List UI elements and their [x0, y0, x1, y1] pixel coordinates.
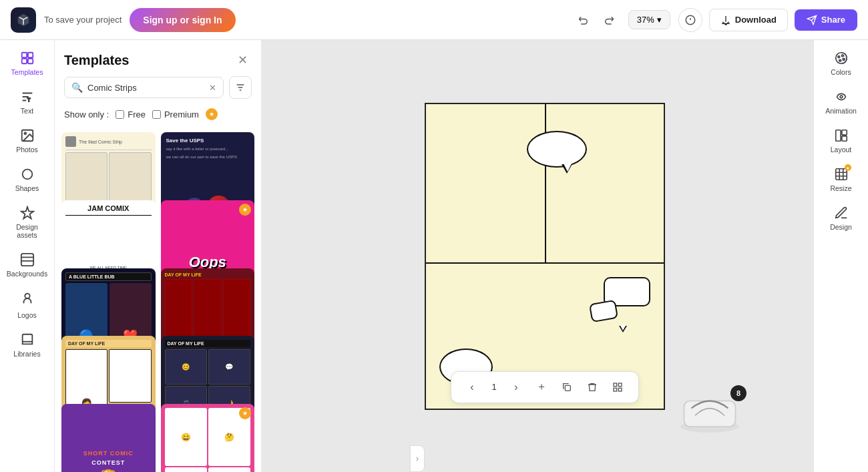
svg-point-23 — [840, 95, 843, 98]
search-input[interactable] — [87, 83, 204, 93]
add-icon: ＋ — [536, 380, 547, 394]
svg-point-10 — [25, 294, 29, 298]
canvas-wrapper: ‹ 1 › ＋ — [425, 103, 665, 410]
sidebar-item-text[interactable]: T Text — [3, 84, 51, 120]
redo-button[interactable] — [598, 9, 620, 31]
sidebar-item-templates[interactable]: Templates — [3, 45, 51, 81]
panel-header: Templates ✕ — [55, 40, 261, 76]
sidebar-item-shapes[interactable]: Shapes — [3, 162, 51, 198]
badge-count: 8 — [736, 389, 740, 397]
canvas-page[interactable] — [425, 103, 665, 410]
show-only-row: Show only : Free Premium ★ — [55, 105, 261, 127]
topbar: To save your project Sign up or sign In … — [0, 0, 868, 40]
svg-rect-27 — [835, 169, 847, 180]
panel-title: Templates — [64, 53, 129, 68]
sidebar-item-design-assets[interactable]: Design assets — [3, 200, 51, 244]
free-checkbox[interactable] — [116, 110, 124, 119]
panel-collapse-toggle[interactable]: › — [410, 445, 425, 472]
sidebar-label-shapes: Shapes — [15, 184, 39, 192]
sidebar-label-logos: Logos — [17, 311, 37, 319]
delete-page-button[interactable] — [582, 377, 602, 397]
search-icon: 🔍 — [71, 82, 83, 93]
free-label: Free — [128, 109, 146, 120]
svg-rect-25 — [841, 130, 846, 135]
sidebar-label-templates: Templates — [11, 68, 43, 76]
template-card[interactable]: SHORT COMIC CONTEST 🏆 — [61, 404, 156, 472]
search-row: 🔍 ✕ — [55, 76, 261, 105]
panel-close-button[interactable]: ✕ — [233, 51, 252, 69]
svg-point-19 — [837, 56, 839, 58]
sidebar-label-backgrounds: Backgrounds — [7, 270, 47, 278]
sidebar-item-backgrounds[interactable]: Backgrounds — [3, 247, 51, 283]
sidebar-item-logos[interactable]: Logos — [3, 286, 51, 324]
floating-element-badge: 8 — [730, 385, 746, 401]
add-page-button[interactable]: ＋ — [531, 377, 552, 397]
right-sidebar-item-layout[interactable]: Layout — [817, 123, 865, 159]
svg-rect-9 — [21, 254, 33, 266]
sidebar-label-design-assets: Design assets — [6, 223, 49, 239]
main-area: Templates T Text Photos Shapes Design as… — [0, 40, 868, 472]
right-sidebar: Colors Animation Layout — [813, 40, 868, 472]
sidebar-label-libraries: Libraries — [13, 350, 40, 358]
topbar-right: Download Share — [678, 8, 857, 32]
free-filter[interactable]: Free — [116, 109, 146, 120]
share-label: Share — [821, 15, 845, 25]
svg-rect-2 — [27, 53, 32, 57]
floating-element[interactable]: 8 — [673, 385, 746, 439]
duplicate-page-button[interactable] — [557, 377, 577, 397]
undo-redo-group — [572, 9, 620, 31]
download-button[interactable]: Download — [709, 9, 788, 31]
right-sidebar-label-layout: Layout — [831, 146, 852, 154]
show-only-label: Show only : — [64, 109, 109, 120]
right-sidebar-label-colors: Colors — [831, 68, 851, 76]
search-clear-button[interactable]: ✕ — [209, 83, 216, 93]
hint-button[interactable] — [678, 8, 702, 32]
right-sidebar-item-colors[interactable]: Colors — [817, 45, 865, 81]
sidebar-item-libraries[interactable]: Libraries — [3, 327, 51, 363]
right-sidebar-label-resize: Resize — [830, 184, 851, 192]
templates-grid: The Iliad Comic Strip 🐱 Save the USPS — [55, 127, 261, 472]
sidebar-label-text: Text — [21, 107, 33, 115]
page-number: 1 — [487, 382, 501, 392]
svg-rect-15 — [618, 388, 622, 391]
premium-label: Premium — [164, 109, 199, 120]
svg-rect-24 — [835, 130, 840, 142]
right-sidebar-label-animation: Animation — [825, 107, 857, 115]
chevron-right-icon: › — [416, 454, 419, 463]
zoom-dropdown-icon: ▾ — [657, 15, 662, 25]
svg-rect-12 — [614, 383, 617, 387]
right-sidebar-item-resize[interactable]: ★ Resize — [817, 162, 865, 198]
svg-rect-4 — [27, 59, 32, 63]
sidebar-item-photos[interactable]: Photos — [3, 123, 51, 159]
share-button[interactable]: Share — [795, 9, 857, 31]
filter-button[interactable] — [229, 76, 252, 99]
right-sidebar-item-animation[interactable]: Animation — [817, 84, 865, 120]
premium-checkbox[interactable] — [152, 110, 161, 119]
next-page-button[interactable]: › — [506, 377, 526, 397]
premium-filter[interactable]: Premium — [152, 109, 199, 120]
prev-icon: ‹ — [470, 381, 473, 393]
undo-button[interactable] — [572, 9, 595, 31]
template-card[interactable]: ★ 😄 🤔 😮 🎉 — [161, 404, 255, 472]
svg-point-7 — [24, 132, 26, 134]
sidebar-label-photos: Photos — [16, 146, 38, 154]
svg-rect-14 — [614, 388, 617, 391]
bottom-toolbar: ‹ 1 › ＋ — [451, 371, 639, 403]
svg-point-21 — [843, 58, 845, 60]
search-box: 🔍 ✕ — [64, 77, 224, 98]
app-logo — [11, 7, 36, 33]
svg-rect-26 — [841, 136, 846, 141]
zoom-selector[interactable]: 37% ▾ — [628, 10, 670, 29]
right-sidebar-item-design[interactable]: Design — [817, 200, 865, 236]
left-sidebar: Templates T Text Photos Shapes Design as… — [0, 40, 55, 472]
premium-badge-icon: ★ — [239, 204, 251, 216]
signup-button[interactable]: Sign up or sign In — [130, 8, 235, 32]
svg-rect-1 — [21, 53, 26, 57]
svg-rect-11 — [565, 385, 570, 391]
svg-rect-3 — [21, 59, 26, 63]
premium-icon: ★ — [206, 108, 218, 120]
prev-page-button[interactable]: ‹ — [462, 377, 482, 397]
next-icon: › — [514, 381, 517, 393]
grid-view-button[interactable] — [608, 377, 628, 397]
svg-text:T: T — [27, 97, 31, 103]
